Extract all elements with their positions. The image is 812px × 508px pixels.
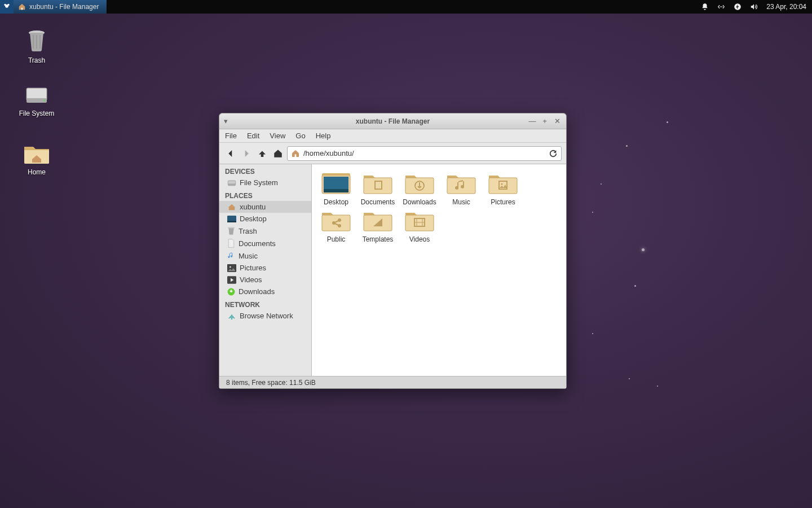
sidebar-item-filesystem[interactable]: File System [219,177,311,189]
menu-go[interactable]: Go [295,132,305,140]
drive-icon [24,85,49,106]
sidebar-item-label: Desktop [240,214,267,223]
location-bar [287,146,562,161]
menu-edit[interactable]: Edit [247,132,259,140]
desktop-icon-filesystem[interactable]: File System [11,85,62,117]
music-icon [227,251,235,260]
videos-icon [227,276,236,284]
folder-pictures[interactable]: Pictures [482,171,524,206]
notification-icon[interactable] [701,3,709,11]
sidebar-item-music[interactable]: Music [219,249,311,262]
folder-label: Downloads [403,198,436,206]
svg-rect-31 [322,215,350,231]
templates-folder-icon [363,208,393,233]
sidebar-item-downloads[interactable]: Downloads [219,286,311,297]
sidebar-item-label: Documents [239,239,276,248]
sidebar-item-trash[interactable]: Trash [219,225,311,237]
svg-rect-11 [227,216,236,222]
folder-templates[interactable]: Templates [357,208,399,243]
svg-rect-23 [364,178,392,194]
path-input[interactable] [303,149,545,157]
network-icon[interactable] [717,3,726,11]
maximize-button[interactable]: + [540,117,549,125]
folder-downloads[interactable]: Downloads [399,171,440,206]
svg-point-2 [7,4,10,6]
folder-label: Templates [363,235,394,243]
folder-label: Public [327,235,346,243]
public-folder-icon [321,208,351,233]
svg-rect-28 [489,178,517,194]
desktop-icon-label: Home [28,168,46,176]
menu-view[interactable]: View [270,132,285,140]
sidebar-item-label: Downloads [239,287,275,296]
pictures-icon [227,264,236,272]
sidebar-header-devices: DEVICES [219,164,311,177]
folder-documents[interactable]: Documents [357,171,399,206]
minimize-button[interactable]: — [528,117,537,125]
trash-icon [25,28,48,53]
sidebar-item-label: Music [239,252,258,260]
power-manager-icon[interactable] [734,3,742,11]
window-menu-button[interactable]: ▾ [219,117,232,125]
trash-icon [227,226,235,235]
sidebar-header-places: PLACES [219,189,311,201]
sidebar: DEVICES File System PLACES xubuntu Deskt… [219,164,312,376]
icon-view[interactable]: Desktop Documents Downloads Music Pictur… [312,164,566,376]
folder-videos[interactable]: Videos [399,208,440,243]
sidebar-item-browse-network[interactable]: Browse Network [219,310,311,322]
sidebar-item-xubuntu[interactable]: xubuntu [219,201,311,213]
svg-rect-10 [228,183,235,186]
volume-icon[interactable] [749,3,758,11]
download-icon [227,288,235,296]
sidebar-item-videos[interactable]: Videos [219,274,311,286]
taskbar-item-file-manager[interactable]: xubuntu - File Manager [14,0,107,14]
downloads-folder-icon [404,171,435,196]
folder-label: Documents [361,198,395,206]
sidebar-item-label: Trash [239,227,257,235]
home-button[interactable] [271,147,285,160]
menu-file[interactable]: File [225,132,237,140]
sidebar-item-pictures[interactable]: Pictures [219,262,311,274]
reload-icon[interactable] [549,149,558,158]
sidebar-item-documents[interactable]: Documents [219,237,311,249]
folder-music[interactable]: Music [440,171,482,206]
drive-icon [227,179,236,187]
desktop-icon-trash[interactable]: Trash [11,28,62,64]
svg-rect-13 [228,227,235,228]
svg-rect-8 [295,154,297,157]
svg-rect-22 [324,189,348,192]
folder-desktop[interactable]: Desktop [315,171,357,206]
up-button[interactable] [255,147,269,160]
forward-button[interactable] [240,147,253,160]
menu-help[interactable]: Help [316,132,331,140]
desktop-icon-label: Trash [28,56,45,64]
home-icon [227,203,236,211]
desktop-icon [227,216,236,222]
back-button[interactable] [224,147,237,160]
sidebar-item-label: Pictures [240,264,266,272]
home-icon [18,3,26,11]
folder-label: Pictures [491,198,515,206]
desktop-folder-icon [321,171,351,196]
taskbar-item-label: xubuntu - File Manager [29,3,99,11]
sidebar-item-desktop[interactable]: Desktop [219,213,311,225]
videos-folder-icon [404,208,435,233]
desktop-icon-home[interactable]: Home [11,142,62,176]
home-folder-icon [23,142,50,165]
clock[interactable]: 23 Apr, 20:04 [766,3,806,11]
titlebar[interactable]: ▾ xubuntu - File Manager — + ✕ [219,113,566,129]
window-title: xubuntu - File Manager [219,117,566,125]
svg-rect-12 [227,221,236,222]
folder-label: Videos [409,235,430,243]
file-manager-window: ▾ xubuntu - File Manager — + ✕ File Edit… [219,113,567,389]
whisker-menu-button[interactable] [0,0,14,14]
home-icon [291,149,300,158]
music-folder-icon [446,171,476,196]
documents-folder-icon [363,171,393,196]
svg-point-7 [44,100,46,102]
close-button[interactable]: ✕ [553,117,562,125]
svg-point-1 [4,4,6,6]
statusbar: 8 items, Free space: 11.5 GiB [219,376,566,388]
folder-public[interactable]: Public [315,208,357,243]
mouse-icon [3,3,11,11]
